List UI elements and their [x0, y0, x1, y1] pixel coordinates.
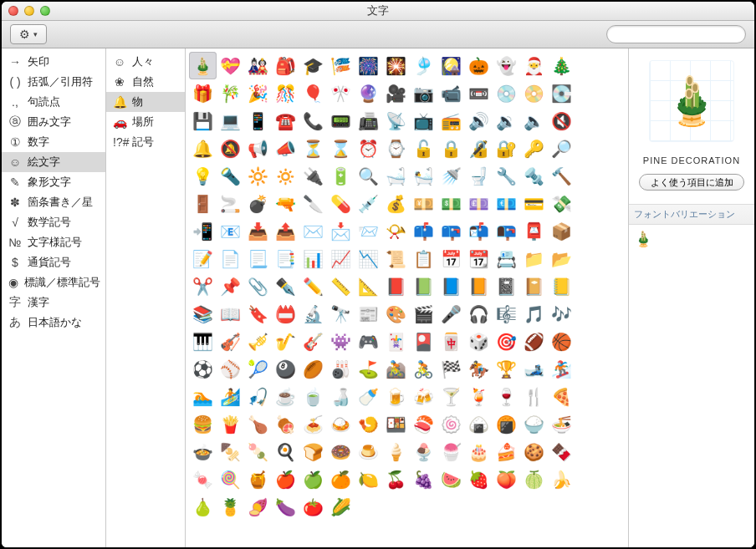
emoji-cell[interactable]: 📕	[382, 272, 410, 300]
emoji-cell[interactable]: 💿	[493, 79, 520, 107]
emoji-cell[interactable]: 📒	[548, 272, 575, 300]
emoji-cell[interactable]: 🍜	[548, 410, 575, 438]
emoji-cell[interactable]: 🍙	[465, 410, 493, 438]
emoji-cell[interactable]: 🏉	[299, 355, 327, 383]
emoji-cell[interactable]: 📲	[189, 217, 217, 245]
emoji-cell[interactable]: 🔮	[355, 79, 382, 107]
category-item[interactable]: ◉標識／標準記号	[2, 272, 105, 292]
emoji-cell[interactable]: 🍉	[437, 465, 465, 493]
emoji-cell[interactable]: 📡	[382, 107, 410, 135]
emoji-cell[interactable]: 🎿	[520, 355, 548, 383]
category-item[interactable]: √数学記号	[2, 212, 105, 232]
emoji-cell[interactable]: 🎈	[299, 79, 327, 107]
emoji-cell[interactable]: 🍔	[189, 410, 217, 438]
emoji-cell[interactable]: 🍤	[355, 410, 382, 438]
emoji-cell[interactable]: 💣	[244, 190, 272, 217]
emoji-cell[interactable]: 🏀	[548, 328, 575, 355]
emoji-cell[interactable]: 🎱	[272, 355, 299, 383]
emoji-cell[interactable]: 🍩	[327, 438, 355, 465]
emoji-cell[interactable]: ✉️	[299, 217, 327, 245]
emoji-cell[interactable]: 🔧	[493, 162, 520, 190]
emoji-cell[interactable]: 📘	[437, 272, 465, 300]
emoji-cell[interactable]: 🎄	[548, 52, 575, 79]
emoji-cell[interactable]: 💽	[548, 79, 575, 107]
emoji-cell[interactable]: 🎎	[244, 52, 272, 79]
emoji-cell[interactable]: 🎺	[244, 328, 272, 355]
emoji-cell[interactable]: 🚪	[189, 190, 217, 217]
emoji-cell[interactable]: 🔌	[299, 162, 327, 190]
category-item[interactable]: あ日本語かな	[2, 313, 105, 333]
emoji-cell[interactable]: 📞	[299, 107, 327, 135]
emoji-cell[interactable]: 🎣	[244, 383, 272, 410]
emoji-cell[interactable]: 🚽	[465, 162, 493, 190]
emoji-cell[interactable]: 📢	[244, 135, 272, 162]
emoji-cell[interactable]: 🍇	[410, 465, 437, 493]
emoji-cell[interactable]: 📧	[217, 217, 244, 245]
emoji-cell[interactable]: 📈	[327, 245, 355, 272]
emoji-cell[interactable]: 🎳	[327, 355, 355, 383]
minimize-button[interactable]	[24, 6, 34, 16]
emoji-cell[interactable]: 🔊	[465, 107, 493, 135]
emoji-cell[interactable]: 📬	[465, 217, 493, 245]
emoji-cell[interactable]: 📯	[382, 217, 410, 245]
emoji-cell[interactable]: 🍨	[410, 438, 437, 465]
emoji-cell[interactable]: 💉	[355, 190, 382, 217]
emoji-cell[interactable]: 🍕	[548, 383, 575, 410]
emoji-cell[interactable]: 📀	[520, 79, 548, 107]
emoji-cell[interactable]: 🍫	[548, 438, 575, 465]
emoji-cell[interactable]: 📥	[244, 217, 272, 245]
emoji-cell[interactable]: 🔑	[520, 135, 548, 162]
emoji-cell[interactable]: 🔕	[217, 135, 244, 162]
emoji-cell[interactable]: 🎧	[465, 300, 493, 328]
emoji-cell[interactable]: 📄	[217, 245, 244, 272]
emoji-cell[interactable]: 📭	[493, 217, 520, 245]
subcategory-item[interactable]: ☺人々	[106, 52, 185, 72]
close-button[interactable]	[8, 6, 18, 16]
emoji-cell[interactable]: 💶	[493, 190, 520, 217]
emoji-cell[interactable]: 🎌	[327, 79, 355, 107]
emoji-cell[interactable]: 📙	[465, 272, 493, 300]
emoji-cell[interactable]: 💷	[465, 190, 493, 217]
emoji-cell[interactable]: 🍅	[299, 493, 327, 521]
emoji-cell[interactable]: 🍢	[217, 438, 244, 465]
emoji-cell[interactable]: ✒️	[272, 272, 299, 300]
emoji-cell[interactable]: 🎨	[382, 300, 410, 328]
emoji-cell[interactable]: 📌	[217, 272, 244, 300]
emoji-cell[interactable]: ⌚	[382, 135, 410, 162]
emoji-cell[interactable]: 🔏	[465, 135, 493, 162]
emoji-cell[interactable]: 🍑	[493, 465, 520, 493]
emoji-cell[interactable]: 🍝	[299, 410, 327, 438]
emoji-cell[interactable]: 🍰	[493, 438, 520, 465]
emoji-cell[interactable]: 🎇	[382, 52, 410, 79]
emoji-cell[interactable]: 🍆	[272, 493, 299, 521]
emoji-cell[interactable]: 🍣	[410, 410, 437, 438]
emoji-cell[interactable]: 📱	[244, 107, 272, 135]
emoji-cell[interactable]: 🎊	[272, 79, 299, 107]
emoji-cell[interactable]: 🚴	[410, 355, 437, 383]
emoji-cell[interactable]: 📹	[437, 79, 465, 107]
emoji-cell[interactable]: 📅	[437, 245, 465, 272]
emoji-cell[interactable]: 🍹	[465, 383, 493, 410]
emoji-cell[interactable]: 📔	[520, 272, 548, 300]
add-to-favorites-button[interactable]: よく使う項目に追加	[639, 174, 744, 191]
emoji-cell[interactable]: 📐	[355, 272, 382, 300]
emoji-cell[interactable]: 💝	[217, 52, 244, 79]
emoji-cell[interactable]: 🎻	[217, 328, 244, 355]
emoji-cell[interactable]: 🎐	[410, 52, 437, 79]
emoji-cell[interactable]: 🍻	[410, 383, 437, 410]
emoji-cell[interactable]: 📺	[410, 107, 437, 135]
emoji-cell[interactable]: 💳	[520, 190, 548, 217]
emoji-cell[interactable]: 🎴	[410, 328, 437, 355]
emoji-cell[interactable]: ⛳	[355, 355, 382, 383]
emoji-cell[interactable]: ☕	[272, 383, 299, 410]
emoji-cell[interactable]: 🍘	[493, 410, 520, 438]
emoji-cell[interactable]: 🍌	[548, 465, 575, 493]
emoji-cell[interactable]: 💊	[327, 190, 355, 217]
emoji-cell[interactable]: 🍥	[437, 410, 465, 438]
emoji-cell[interactable]: 💻	[217, 107, 244, 135]
emoji-cell[interactable]: 🏊	[189, 383, 217, 410]
subcategory-item[interactable]: 🚗場所	[106, 112, 185, 132]
emoji-cell[interactable]: 🎅	[520, 52, 548, 79]
emoji-cell[interactable]: 🍡	[244, 438, 272, 465]
emoji-cell[interactable]: 🔖	[244, 300, 272, 328]
